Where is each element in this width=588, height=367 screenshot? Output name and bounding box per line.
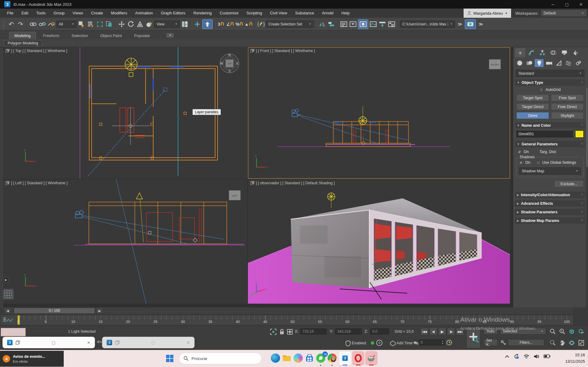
light-on-checkbox[interactable]: ✓	[518, 150, 522, 154]
viewport-layout-tab[interactable]	[3, 289, 13, 299]
advanced-effects-rollout[interactable]: ▶Advanced Effects⠿	[515, 200, 585, 207]
ribbon-tab-populate[interactable]: Populate	[129, 32, 155, 39]
go-to-end-button[interactable]: ▶▶|	[456, 328, 464, 335]
close-preview-icon[interactable]: ✕	[187, 340, 190, 345]
close-preview-icon[interactable]: ✕	[87, 340, 90, 345]
user-account-menu[interactable]: Margarida Abreu▼	[464, 9, 511, 18]
selection-filter-dropdown[interactable]: All▼	[56, 21, 77, 28]
wifi-icon[interactable]	[523, 354, 529, 359]
zoom-region-icon[interactable]	[548, 339, 557, 346]
expand-tray-button[interactable]: ▶	[3, 277, 9, 283]
menu-edit[interactable]: Edit	[17, 9, 32, 18]
viewport-top-label[interactable]: [ + ] [ Top ] [ Standard ] [ Wireframe ]	[6, 49, 67, 53]
shapes-category-icon[interactable]	[525, 59, 534, 67]
helpers-category-icon[interactable]	[554, 59, 563, 67]
select-and-rotate-icon[interactable]	[127, 19, 135, 29]
maximize-viewport-toggle-icon[interactable]	[577, 339, 585, 346]
taskbar-search[interactable]: Procurar	[179, 353, 262, 364]
microsoft-store-icon[interactable]	[305, 354, 314, 363]
undo-button[interactable]: ↶	[7, 19, 16, 29]
rectangular-selection-region-icon[interactable]	[96, 19, 104, 29]
use-global-settings-checkbox[interactable]	[536, 161, 540, 165]
omni-light-top-view[interactable]	[125, 58, 137, 77]
select-and-scale-icon[interactable]	[136, 19, 144, 29]
intensity-color-attenuation-rollout[interactable]: ▶Intensity/Color/Attenuation⠿	[515, 192, 585, 198]
menu-file[interactable]: File	[3, 9, 17, 18]
start-button[interactable]	[165, 354, 174, 363]
counter-badge[interactable]: 0	[376, 340, 382, 346]
use-pivot-point-icon[interactable]	[180, 19, 189, 29]
time-slider-handle[interactable]: 0 / 100	[14, 308, 95, 314]
cameras-category-icon[interactable]	[544, 59, 553, 67]
angle-snap-toggle-icon[interactable]: ∠	[226, 19, 234, 29]
named-selection-set-dropdown[interactable]: Create Selection Set▼	[266, 21, 314, 28]
hidden-icons-chevron[interactable]	[505, 355, 509, 358]
selection-lock-icon[interactable]	[278, 328, 286, 335]
omni-button[interactable]: Omni	[516, 112, 549, 119]
menu-modifiers[interactable]: Modifiers	[107, 9, 131, 18]
viewport-front[interactable]: FRONT x y [ + ] [ Front ] [ Standard ] […	[248, 47, 510, 179]
file-explorer-icon[interactable]	[282, 354, 291, 363]
workspace-dropdown[interactable]: Default▼	[541, 9, 587, 17]
menu-create[interactable]: Create	[87, 9, 107, 18]
mirror-icon[interactable]	[318, 19, 326, 29]
bind-to-space-warp-icon[interactable]	[47, 19, 56, 29]
menu-substance[interactable]: Substance	[291, 9, 318, 18]
scene-explorer-icon[interactable]	[349, 19, 357, 29]
time-tag-shield-icon[interactable]	[344, 340, 352, 347]
general-parameters-rollout-header[interactable]: ▼General Parameters⠿	[515, 141, 585, 147]
move-gizmo[interactable]	[112, 107, 150, 145]
space-warps-category-icon[interactable]	[564, 59, 573, 67]
object-color-swatch[interactable]	[575, 130, 584, 138]
light-plugin-dropdown[interactable]: Standard▼	[516, 70, 584, 77]
maxscript-editor-icon[interactable]: {}	[257, 19, 265, 29]
zoom-all-icon[interactable]	[558, 328, 566, 335]
select-and-place-icon[interactable]	[145, 19, 154, 29]
ribbon-tab-selection[interactable]: Selection	[67, 32, 93, 39]
battery-icon[interactable]	[544, 354, 550, 358]
current-frame-field[interactable]: 0▲▼	[419, 339, 445, 346]
camera-left-view[interactable]	[75, 211, 224, 244]
menu-customize[interactable]: Customize	[216, 9, 242, 18]
viewport-filter-icon[interactable]	[6, 181, 10, 185]
next-frame-button[interactable]: |▶	[447, 328, 455, 335]
time-slider-track[interactable]: ◀ 0 / 100 ▶	[3, 307, 573, 314]
viewcube-compass[interactable]: TOP N E S W	[220, 54, 239, 73]
render-frame-window-icon[interactable]	[378, 19, 387, 29]
zoom-extents-all-icon[interactable]	[577, 328, 585, 335]
zoom-icon[interactable]	[548, 328, 557, 335]
curve-editor-icon[interactable]	[369, 19, 377, 29]
time-configuration-icon[interactable]	[446, 339, 452, 346]
menu-views[interactable]: Views	[69, 9, 87, 18]
light-cone-left-view[interactable]	[136, 193, 143, 242]
shadow-map-params-rollout[interactable]: ▶Shadow Map Params⠿	[515, 217, 585, 224]
restore-icon[interactable]: ▢	[151, 340, 155, 345]
camera-front-view[interactable]	[292, 109, 407, 144]
modify-tab-icon[interactable]	[526, 48, 536, 57]
absolute-offset-toggle-icon[interactable]	[286, 328, 294, 335]
shadow-parameters-rollout[interactable]: ▶Shadow Parameters⠿	[515, 209, 585, 215]
key-filters-icon[interactable]	[499, 339, 508, 346]
menu-graph-editors[interactable]: Graph Editors	[157, 9, 189, 18]
menu-scripting[interactable]: Scripting	[243, 9, 266, 18]
window-preview-card-2[interactable]: 3 ▢ ✕	[102, 337, 195, 348]
menu-group[interactable]: Group	[50, 9, 69, 18]
add-time-tag-icon[interactable]	[389, 340, 397, 347]
menu-arnold[interactable]: Arnold	[318, 9, 338, 18]
minimize-button[interactable]: ─	[546, 0, 560, 9]
menu-civil-view[interactable]: Civil View	[266, 9, 291, 18]
zoom-extents-selected-icon[interactable]	[567, 328, 576, 335]
close-button[interactable]: ✕	[574, 0, 588, 9]
name-color-rollout-header[interactable]: ▼Name and Color⠿	[515, 122, 585, 129]
restore-icon[interactable]: ▢	[51, 340, 55, 345]
window-crossing-toggle-icon[interactable]	[105, 19, 113, 29]
percent-snap-toggle-icon[interactable]: %	[235, 19, 244, 29]
autogrid-checkbox[interactable]	[539, 88, 543, 92]
menu-help[interactable]: Help	[337, 9, 354, 18]
opera-taskbar-button[interactable]	[352, 351, 364, 365]
frame-step-arrows[interactable]: ◀▶	[413, 341, 417, 344]
ribbon-minimize-icon[interactable]: ▼	[166, 33, 174, 38]
x-coordinate-field[interactable]: 733,19	[300, 328, 327, 335]
shadow-type-dropdown[interactable]: Shadow Map▼	[519, 167, 581, 174]
align-icon[interactable]	[327, 19, 336, 29]
